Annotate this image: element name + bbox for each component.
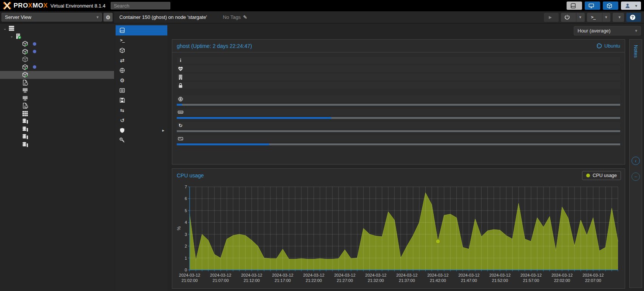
shutdown-button[interactable]: ▾ xyxy=(561,13,585,22)
svg-text:2024-03-12: 2024-03-12 xyxy=(365,273,386,277)
progress-fill xyxy=(177,117,331,119)
chevron-left-icon: ‹ xyxy=(635,158,637,164)
tree-item-pbs-stargate-[interactable] xyxy=(0,133,114,141)
proxmox-logo-icon xyxy=(3,2,12,9)
node-icon xyxy=(15,33,22,39)
tree-item-stargate[interactable]: ⌄ xyxy=(0,32,114,40)
nav-item-firewall[interactable]: ▸ xyxy=(116,125,167,135)
usage-row-bootdisk-size xyxy=(177,135,620,142)
time-period-select[interactable]: Hour (average) ▾ xyxy=(574,26,641,35)
chevron-down-icon[interactable]: ▾ xyxy=(576,13,581,22)
toolbar: Server View ▾ ⚙ Container 150 (ghost) on… xyxy=(0,11,644,23)
globe-icon xyxy=(119,68,125,73)
tree-item-150-ghost-[interactable] xyxy=(0,71,114,79)
os-link[interactable]: Ubuntu xyxy=(596,43,620,49)
tree-item-100-docker-[interactable] xyxy=(0,40,114,48)
tree-item-102-ghost-[interactable] xyxy=(0,79,114,87)
chevron-down-icon: ▾ xyxy=(635,28,637,33)
vm-template-icon xyxy=(22,103,28,109)
nav-item-summary[interactable] xyxy=(116,25,167,35)
root-pam-button[interactable]: ▾ xyxy=(621,2,641,10)
proxmox-logo-text: PROXMOX xyxy=(14,2,48,9)
repeat-icon: ⇆ xyxy=(119,108,125,113)
expand-arrow-icon[interactable]: ⌄ xyxy=(9,34,14,38)
tree-item-103-free-pbx-[interactable] xyxy=(0,86,114,94)
nav-item-network[interactable]: ⇄ xyxy=(116,55,167,66)
tree-item-local-zfs-stargate-[interactable] xyxy=(0,125,114,133)
key-icon xyxy=(119,137,125,143)
svg-text:21:42:00: 21:42:00 xyxy=(430,278,446,283)
chevron-down-icon: ▾ xyxy=(635,3,637,8)
nav-item-snapshots[interactable]: ↺ xyxy=(116,115,167,126)
expand-notes-button[interactable]: ‹ xyxy=(632,157,640,165)
nav-item-dns[interactable] xyxy=(116,65,167,75)
view-settings-button[interactable]: ⚙ xyxy=(103,13,113,22)
nav-item-resources[interactable] xyxy=(116,45,167,55)
chart-panel-header: CPU usage CPU usage xyxy=(172,169,625,182)
nav-item-backup[interactable] xyxy=(116,95,167,106)
tree-item-104-warp-[interactable] xyxy=(0,55,114,63)
progress-bar xyxy=(177,143,620,145)
cpu-chart-panel: CPU usage CPU usage 012345672024-03-1221… xyxy=(172,168,625,289)
status-panel-title: ghost (Uptime: 2 days 22:24:47) xyxy=(177,43,252,49)
ct-template-icon xyxy=(22,80,28,86)
chevron-down-icon[interactable]: ▾ xyxy=(602,13,607,22)
tree-item-local-stargate-[interactable] xyxy=(0,117,114,125)
chart-legend[interactable]: CPU usage xyxy=(582,171,621,180)
tree-item-datacenter[interactable]: ⌄ xyxy=(0,25,114,32)
svg-text:21:52:00: 21:52:00 xyxy=(492,278,508,283)
svg-text:2024-03-12: 2024-03-12 xyxy=(179,273,200,277)
view-mode-select[interactable]: Server View ▾ xyxy=(2,13,102,22)
section-gap xyxy=(177,90,620,95)
tree-item-101-uptimekuma-[interactable] xyxy=(0,48,114,56)
tree-item-localnetwork-stargate-[interactable] xyxy=(0,110,114,118)
more-button[interactable]: ▾ xyxy=(613,13,624,22)
tree-item-114-free-pbx-[interactable] xyxy=(0,102,114,110)
nav-item-console[interactable]: >_ xyxy=(116,35,167,46)
collapse-chart-button[interactable]: − xyxy=(632,172,640,181)
progress-bar xyxy=(177,117,620,119)
create-ct-button[interactable] xyxy=(603,2,618,10)
tree-item-110-pihole-[interactable] xyxy=(0,63,114,71)
storage-icon xyxy=(22,142,28,148)
notes-panel-collapsed[interactable]: Notes ‹ − xyxy=(629,39,642,288)
svg-text:2: 2 xyxy=(185,244,187,248)
toolbar-right: Container 150 (ghost) on node 'stargate'… xyxy=(114,11,644,23)
console-button[interactable]: >_▾ xyxy=(587,13,611,22)
terminal-icon: >_ xyxy=(119,37,125,43)
svg-text:21:27:00: 21:27:00 xyxy=(337,278,353,283)
documentation-button[interactable] xyxy=(567,2,582,10)
create-vm-button[interactable] xyxy=(585,2,600,10)
arrows-icon: ⇄ xyxy=(119,57,125,63)
vm-stopped-icon xyxy=(22,95,28,101)
cpu-usage-chart: 012345672024-03-1221:02:002024-03-1221:0… xyxy=(172,182,625,287)
nav-item-task-history[interactable] xyxy=(116,85,167,95)
time-period-label: Hour (average) xyxy=(578,28,610,34)
status-row-status: i xyxy=(177,57,620,64)
usage-row-swap-usage: ↻ xyxy=(177,122,620,129)
tree-item-115-opn-sense-[interactable] xyxy=(0,94,114,102)
ct-stopped-icon xyxy=(22,56,28,62)
gear-icon: ⚙ xyxy=(106,14,111,20)
svg-text:1: 1 xyxy=(185,256,187,260)
edit-tags-icon[interactable]: ✎ xyxy=(243,14,247,20)
progress-fill xyxy=(177,104,182,106)
main-content: Hour (average) ▾ ghost (Uptime: 2 days 2… xyxy=(167,23,644,291)
list-icon xyxy=(119,88,125,93)
search-input[interactable] xyxy=(111,2,170,9)
svg-text:2024-03-12: 2024-03-12 xyxy=(396,273,417,277)
swap-icon: ↻ xyxy=(178,123,184,128)
nav-item-options[interactable]: ⚙ xyxy=(116,75,167,86)
svg-text:0: 0 xyxy=(185,268,187,272)
tree-item-pbs-stargate-stargate-[interactable] xyxy=(0,141,114,149)
play-icon: ▶ xyxy=(547,14,553,20)
status-row-node xyxy=(177,74,620,80)
nav-item-permissions[interactable] xyxy=(116,135,167,146)
expand-arrow-icon[interactable]: ⌄ xyxy=(2,26,8,31)
status-panel: ghost (Uptime: 2 days 22:24:47) Ubuntu i… xyxy=(172,39,625,165)
nav-item-replication[interactable]: ⇆ xyxy=(116,105,167,115)
proxmox-app: PROXMOX Virtual Environment 8.1.4 ▾ Serv… xyxy=(0,0,644,291)
shield-icon xyxy=(119,128,125,133)
svg-text:2024-03-12: 2024-03-12 xyxy=(241,273,262,277)
help-button[interactable]: ? xyxy=(626,13,641,22)
